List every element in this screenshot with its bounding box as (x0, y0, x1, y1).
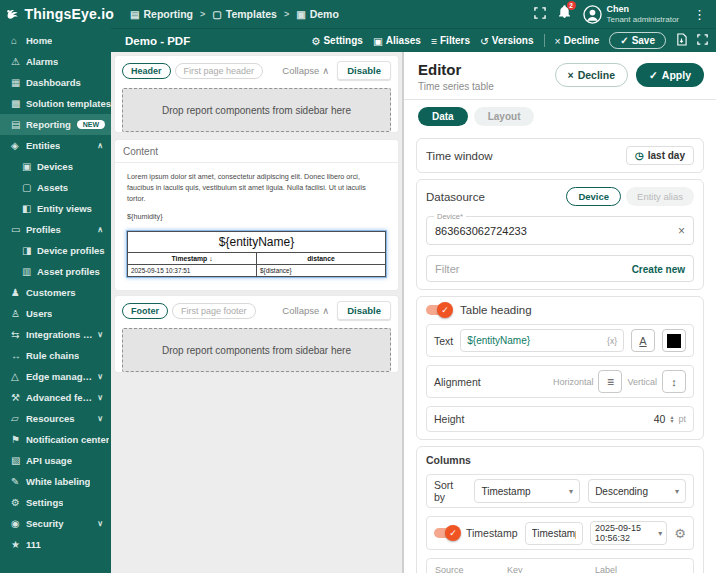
label-header: Label (595, 565, 685, 573)
header-collapse-button[interactable]: Collapse ∧ (282, 65, 329, 76)
footer-disable-button[interactable]: Disable (337, 301, 391, 320)
sidebar-item-security[interactable]: ◉Security∨ (0, 513, 111, 534)
sidebar-item-resources[interactable]: ▱Resources∨ (0, 408, 111, 429)
sidebar-item-api-usage[interactable]: ▧API usage (0, 450, 111, 471)
sidebar-item-integrations-center[interactable]: ⇆Integrations center∨ (0, 324, 111, 345)
datasource-type-entity-alias[interactable]: Entity alias (626, 187, 694, 206)
save-button[interactable]: ✓ Save (609, 32, 666, 49)
sidebar-item-label: Customers (26, 287, 76, 298)
sidebar-item-alarms[interactable]: ⚠Alarms (0, 51, 111, 72)
tab-data[interactable]: Data (418, 107, 468, 126)
device-field[interactable]: Device* 863663062724233 × (426, 216, 694, 245)
sort-order-select[interactable]: Descending ▾ (588, 479, 686, 503)
filter-field[interactable]: Filter Create new (426, 255, 694, 282)
sidebar-item-users[interactable]: ♙Users (0, 303, 111, 324)
sidebar-item-devices[interactable]: ▣Devices (0, 156, 111, 177)
timestamp-date-select[interactable]: 2025-09-15 10:56:32 ▾ (590, 521, 667, 545)
time-window-card: Time window ◷ last day (416, 138, 704, 173)
timestamp-settings-gear-icon[interactable]: ⚙ (674, 526, 686, 541)
aliases-button[interactable]: ▣ Aliases (373, 35, 421, 47)
export-pdf-button[interactable] (676, 33, 687, 48)
toolbar-fullscreen-button[interactable] (697, 34, 708, 47)
sidebar-item-device-profiles[interactable]: ◨Device profiles (0, 240, 111, 261)
sidebar-item-rule-chains[interactable]: ↔Rule chains (0, 345, 111, 366)
sort-key-select[interactable]: Timestamp ▾ (474, 479, 580, 503)
breadcrumb-templates[interactable]: ▢ Templates (212, 8, 277, 20)
chevron-down-icon: ∨ (97, 393, 103, 402)
horizontal-align-button[interactable]: ≡ (598, 370, 622, 393)
report-col-timestamp[interactable]: Timestamp ↓ (128, 253, 257, 265)
table-heading-toggle[interactable]: ✓ (426, 305, 451, 315)
height-input[interactable]: 40 (654, 413, 666, 425)
header-tag-pill[interactable]: Header (122, 63, 171, 79)
sidebar-item-edge-management[interactable]: △Edge management∨ (0, 366, 111, 387)
breadcrumb-reporting[interactable]: ▤ Reporting (130, 8, 193, 20)
sidebar-item-profiles[interactable]: ▭Profiles∧ (0, 219, 111, 240)
sidebar-item-asset-profiles[interactable]: ▥Asset profiles (0, 261, 111, 282)
sidebar-item-customers[interactable]: ♟Customers (0, 282, 111, 303)
breadcrumb-demo[interactable]: ▣ Demo (296, 8, 339, 20)
sidebar-item-settings[interactable]: ⚙Settings (0, 492, 111, 513)
variable-substitution-icon[interactable]: {x} (607, 336, 617, 346)
decline-button[interactable]: × Decline (555, 35, 600, 47)
text-color-button[interactable] (662, 329, 686, 352)
sidebar-item-label: 111 (26, 539, 41, 550)
sidebar-item-solution-templates[interactable]: ▩Solution templates (0, 93, 111, 114)
sidebar-item-111[interactable]: ★111 (0, 534, 111, 555)
sidebar-item-dashboards[interactable]: ▦Dashboards (0, 72, 111, 93)
horizontal-label: Horizontal (553, 377, 594, 387)
footer-tag-pill[interactable]: Footer (122, 303, 168, 319)
tab-layout[interactable]: Layout (474, 107, 535, 126)
vertical-align-button[interactable]: ↕ (662, 370, 686, 393)
time-window-button[interactable]: ◷ last day (626, 146, 694, 165)
more-menu-button[interactable]: ⋮ (691, 7, 708, 22)
sidebar-item-entity-views[interactable]: ◧Entity views (0, 198, 111, 219)
footer-collapse-button[interactable]: Collapse ∧ (282, 305, 329, 316)
sidebar-item-label: Device profiles (37, 245, 105, 256)
vertical-label: Vertical (627, 377, 657, 387)
alignment-label: Alignment (434, 376, 481, 388)
user-menu[interactable]: Chen Tenant administrator (583, 4, 679, 24)
first-page-footer-pill[interactable]: First page footer (172, 303, 256, 319)
editor-decline-button[interactable]: × Decline (555, 63, 629, 87)
timestamp-column-toggle[interactable]: ✓ (434, 528, 459, 538)
editor-apply-button[interactable]: ✓ Apply (636, 63, 704, 87)
sidebar-item-white-labeling[interactable]: ✎White labeling (0, 471, 111, 492)
sidebar-item-advanced-features[interactable]: ⚒Advanced features∨ (0, 387, 111, 408)
step-down-icon[interactable]: ▾ (670, 419, 673, 424)
heading-text-input[interactable]: ${entityName} {x} (460, 329, 624, 352)
font-settings-button[interactable]: A (631, 329, 655, 352)
height-stepper[interactable]: ▴ ▾ (670, 415, 673, 424)
footer-dropzone[interactable]: Drop report components from sidebar here (122, 328, 391, 372)
sidebar-item-assets[interactable]: ▢Assets (0, 177, 111, 198)
close-icon: × (555, 35, 561, 47)
clear-device-icon[interactable]: × (678, 224, 685, 238)
report-table[interactable]: ${entityName} Timestamp ↓ distance (126, 230, 387, 278)
first-page-header-pill[interactable]: First page header (175, 63, 264, 79)
filters-button[interactable]: ≡ Filters (431, 35, 470, 47)
versions-button[interactable]: ↺ Versions (480, 35, 534, 47)
brand-logo[interactable]: ThingsEye.io (6, 4, 114, 24)
font-icon: A (639, 335, 646, 347)
notification-badge: 2 (567, 1, 576, 10)
datasource-type-device[interactable]: Device (566, 187, 621, 206)
header-dropzone[interactable]: Drop report components from sidebar here (122, 88, 391, 132)
sidebar-item-entities[interactable]: ◈Entities∧ (0, 135, 111, 156)
fullscreen-button[interactable] (534, 5, 546, 23)
header-disable-button[interactable]: Disable (337, 61, 391, 80)
content-variable[interactable]: ${humidity} (115, 204, 398, 221)
avatar-icon (583, 5, 602, 24)
sidebar-item-label: Reporting (26, 119, 71, 130)
notifications-button[interactable]: 2 (558, 5, 571, 23)
settings-button[interactable]: ⚙ Settings (311, 35, 363, 47)
sidebar-item-home[interactable]: ⌂Home (0, 30, 111, 51)
timestamp-label-input[interactable] (525, 522, 583, 545)
report-col-distance[interactable]: distance (257, 253, 386, 265)
dropdown-arrow-icon: ▾ (564, 487, 573, 496)
content-paragraph[interactable]: Lorem ipsum dolor sit amet, consectetur … (115, 163, 398, 204)
sidebar-item-reporting[interactable]: ▤ReportingNEW (0, 114, 111, 135)
sidebar-item-notification-center[interactable]: ⚑Notification center (0, 429, 111, 450)
sidebar-item-label: Alarms (26, 56, 58, 67)
advanced-features-icon: ⚒ (11, 392, 26, 403)
create-new-link[interactable]: Create new (632, 264, 685, 275)
